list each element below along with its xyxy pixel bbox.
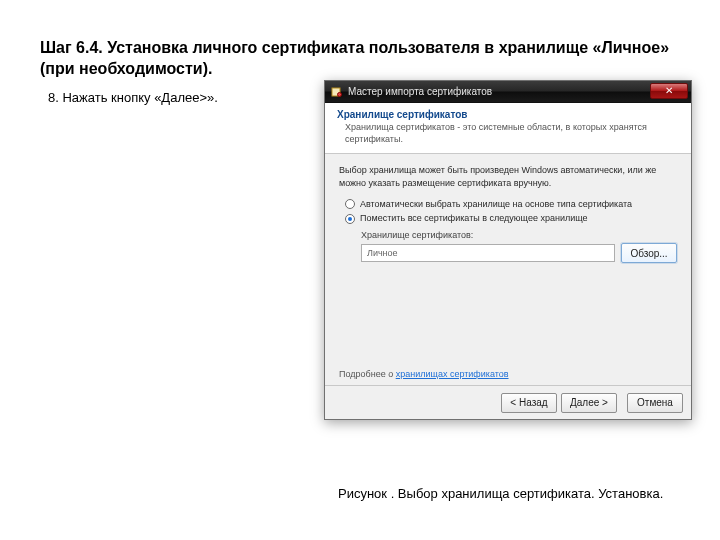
step-description: Хранилища сертификатов - это системные о… xyxy=(337,122,679,145)
wizard-content: Выбор хранилища может быть произведен Wi… xyxy=(325,154,691,385)
close-icon: ✕ xyxy=(665,86,673,96)
more-info: Подробнее о хранилищах сертификатов xyxy=(339,369,509,379)
window-title: Мастер импорта сертификатов xyxy=(348,86,492,97)
step-banner: Хранилище сертификатов Хранилища сертифи… xyxy=(325,103,691,154)
next-button[interactable]: Далее > xyxy=(561,393,617,413)
titlebar: Мастер импорта сертификатов ✕ xyxy=(325,81,691,103)
cert-import-wizard-window: Мастер импорта сертификатов ✕ Хранилище … xyxy=(324,80,692,420)
content-intro: Выбор хранилища может быть произведен Wi… xyxy=(339,164,677,188)
svg-point-1 xyxy=(338,92,342,96)
close-button[interactable]: ✕ xyxy=(650,83,688,99)
radio-off-icon xyxy=(345,199,355,209)
radio-auto-select[interactable]: Автоматически выбрать хранилище на основ… xyxy=(345,199,677,210)
radio-place-label: Поместить все сертификаты в следующее хр… xyxy=(360,213,588,224)
page-heading: Шаг 6.4. Установка личного сертификата п… xyxy=(40,38,680,80)
more-prefix: Подробнее о xyxy=(339,369,396,379)
radio-place-all[interactable]: Поместить все сертификаты в следующее хр… xyxy=(345,213,677,224)
wizard-footer: < Назад Далее > Отмена xyxy=(325,385,691,419)
instruction-text: 8. Нажать кнопку «Далее>». xyxy=(48,90,218,105)
wizard-body: Хранилище сертификатов Хранилища сертифи… xyxy=(325,103,691,419)
certificate-store-input[interactable]: Личное xyxy=(361,244,615,262)
step-title: Хранилище сертификатов xyxy=(337,109,679,120)
store-row: Личное Обзор... xyxy=(361,243,677,263)
back-button[interactable]: < Назад xyxy=(501,393,557,413)
store-label: Хранилище сертификатов: xyxy=(361,230,677,240)
cancel-button[interactable]: Отмена xyxy=(627,393,683,413)
more-link[interactable]: хранилищах сертификатов xyxy=(396,369,509,379)
browse-button[interactable]: Обзор... xyxy=(621,243,677,263)
radio-on-icon xyxy=(345,214,355,224)
figure-caption: Рисунок . Выбор хранилища сертификата. У… xyxy=(338,486,663,501)
certificate-icon xyxy=(331,86,343,98)
radio-auto-label: Автоматически выбрать хранилище на основ… xyxy=(360,199,632,210)
